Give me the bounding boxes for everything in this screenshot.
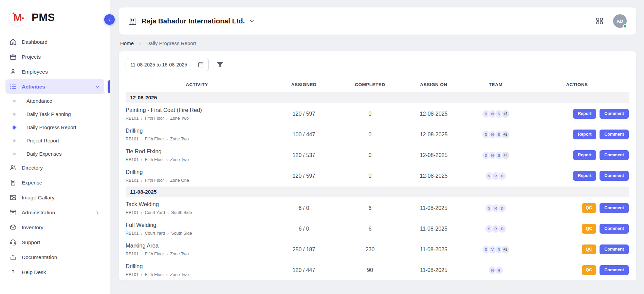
employees-icon bbox=[10, 68, 17, 75]
team-avatars: DNS+2 bbox=[467, 110, 525, 118]
team-extra-badge[interactable]: +2 bbox=[501, 245, 510, 254]
report-button[interactable]: Report bbox=[573, 109, 596, 118]
company-selector[interactable]: Raja Bahadur International Ltd. bbox=[142, 17, 255, 25]
sidebar-item-label: Expense bbox=[22, 180, 42, 186]
sidebar-subitem-daily-task-planning[interactable]: Daily Task Planning bbox=[5, 107, 104, 121]
comment-button[interactable]: Comment bbox=[600, 224, 629, 233]
directory-icon bbox=[10, 164, 17, 171]
sidebar-item-dashboard[interactable]: Dashboard bbox=[5, 35, 104, 49]
activity-cell: Tie Rod FixingRB101›Fifth Floor›Zone Two bbox=[126, 148, 268, 162]
chevron-right-icon bbox=[138, 41, 142, 45]
team-avatars: SRD bbox=[467, 204, 525, 213]
table-header-row: ACTIVITYASSIGNEDCOMPLETEDASSIGN ONTEAMAC… bbox=[126, 77, 629, 92]
sidebar-item-inventory[interactable]: Inventory bbox=[5, 220, 104, 235]
path-segment: RB101 bbox=[126, 178, 139, 183]
comment-button[interactable]: Comment bbox=[600, 265, 629, 275]
sidebar-subitem-project-report[interactable]: Project Report bbox=[5, 134, 104, 147]
sidebar-item-help-desk[interactable]: Help Desk bbox=[5, 265, 104, 279]
path-segment: Zone One bbox=[170, 178, 189, 183]
sidebar: M PMS DashboardProjectsEmployeesActiviti… bbox=[0, 0, 110, 294]
sidebar-item-directory[interactable]: Directory bbox=[5, 160, 104, 175]
activity-path: RB101›Fifth Floor›Zone Two bbox=[126, 116, 265, 121]
activity-cell: DrillingRB101›Fifth Floor›Zone One bbox=[126, 169, 268, 183]
date-group-header: 11-08-2025 bbox=[126, 187, 629, 197]
path-segment: Zone Two bbox=[170, 116, 189, 121]
team-extra-badge[interactable]: +2 bbox=[501, 151, 510, 160]
sidebar-item-label: Documentation bbox=[22, 254, 57, 260]
team-avatar[interactable]: D bbox=[498, 172, 507, 180]
sidebar-subitem-daily-progress-report[interactable]: Daily Progress Report bbox=[5, 121, 104, 134]
table-row: Marking AreaRB101›Fifth Floor›Zone Two25… bbox=[126, 239, 629, 260]
documentation-icon bbox=[10, 254, 17, 261]
qc-button[interactable]: QC bbox=[582, 224, 596, 233]
path-segment: RB101 bbox=[126, 210, 139, 215]
filter-icon[interactable] bbox=[216, 61, 224, 68]
bullet-icon bbox=[13, 139, 16, 142]
table-row: Tie Rod FixingRB101›Fifth Floor›Zone Two… bbox=[126, 145, 629, 165]
sidebar-item-support[interactable]: Support bbox=[5, 235, 104, 250]
chevron-right-icon: › bbox=[166, 137, 168, 141]
row-actions: QCComment bbox=[525, 265, 629, 275]
team-avatar[interactable]: R bbox=[495, 266, 503, 275]
qc-button[interactable]: QC bbox=[582, 265, 596, 275]
logo-icon: M bbox=[9, 9, 26, 26]
comment-button[interactable]: Comment bbox=[600, 171, 629, 180]
chevron-right-icon: › bbox=[166, 116, 168, 121]
breadcrumb-home[interactable]: Home bbox=[120, 40, 134, 46]
sidebar-item-label: Employees bbox=[22, 69, 48, 75]
assign-on-value: 11-08-2025 bbox=[401, 267, 467, 273]
assign-on-value: 11-08-2025 bbox=[401, 205, 467, 211]
chevron-down-icon bbox=[249, 18, 255, 24]
team-avatars: VRD bbox=[467, 172, 525, 180]
path-segment: Court Yard bbox=[145, 210, 165, 215]
team-extra-badge[interactable]: +2 bbox=[501, 110, 510, 118]
team-avatar[interactable]: D bbox=[498, 224, 507, 233]
sidebar-item-label: Dashboard bbox=[22, 39, 48, 45]
sidebar-subitem-attendance[interactable]: Attendance bbox=[5, 94, 104, 107]
assigned-value: 100 / 447 bbox=[268, 132, 339, 138]
sidebar-collapse-button[interactable] bbox=[104, 14, 115, 25]
sidebar-item-image-gallary[interactable]: Image Gallary bbox=[5, 190, 104, 205]
completed-value: 230 bbox=[339, 247, 401, 253]
user-avatar[interactable]: AD bbox=[613, 14, 627, 28]
activity-title: Drilling bbox=[126, 263, 265, 270]
sidebar-item-expense[interactable]: Expense bbox=[5, 175, 104, 190]
comment-button[interactable]: Comment bbox=[600, 109, 629, 118]
qc-button[interactable]: QC bbox=[582, 203, 596, 213]
report-button[interactable]: Report bbox=[573, 171, 596, 180]
qc-button[interactable]: QC bbox=[582, 244, 596, 254]
chevron-down-icon bbox=[95, 84, 100, 90]
path-segment: South Side bbox=[171, 210, 192, 215]
team-avatar[interactable]: D bbox=[498, 204, 507, 213]
sidebar-item-administration[interactable]: Administration bbox=[5, 205, 104, 220]
column-header-team: TEAM bbox=[467, 77, 525, 92]
path-segment: RB101 bbox=[126, 137, 139, 141]
team-extra-badge[interactable]: +2 bbox=[501, 130, 510, 139]
sidebar-subitem-daily-expenses[interactable]: Daily Expenses bbox=[5, 147, 104, 160]
assign-on-value: 11-08-2025 bbox=[401, 226, 467, 232]
comment-button[interactable]: Comment bbox=[600, 150, 629, 160]
team-avatars: DVN+2 bbox=[467, 245, 525, 254]
chevron-right-icon: › bbox=[141, 137, 142, 141]
comment-button[interactable]: Comment bbox=[600, 130, 629, 139]
path-segment: RB101 bbox=[126, 231, 139, 236]
path-segment: RB101 bbox=[126, 272, 139, 277]
comment-button[interactable]: Comment bbox=[600, 244, 629, 254]
dashboard-icon bbox=[10, 38, 17, 45]
chevron-right-icon: › bbox=[166, 178, 168, 183]
sidebar-item-documentation[interactable]: Documentation bbox=[5, 250, 104, 264]
avatar-initials: AD bbox=[617, 19, 623, 24]
report-button[interactable]: Report bbox=[573, 130, 596, 139]
row-actions: ReportComment bbox=[525, 171, 629, 180]
sidebar-item-projects[interactable]: Projects bbox=[5, 50, 104, 64]
apps-grid-icon[interactable] bbox=[595, 17, 604, 25]
sidebar-item-employees[interactable]: Employees bbox=[5, 64, 104, 79]
report-button[interactable]: Report bbox=[573, 150, 596, 160]
administration-icon bbox=[10, 209, 17, 216]
sidebar-item-activities[interactable]: Activities bbox=[5, 79, 104, 94]
comment-button[interactable]: Comment bbox=[600, 203, 629, 213]
activity-title: Drilling bbox=[126, 128, 265, 134]
app-title: PMS bbox=[32, 12, 55, 24]
chevron-right-icon: › bbox=[141, 211, 142, 215]
date-range-input[interactable]: 11-08-2025 to 16-08-2025 bbox=[126, 58, 209, 71]
